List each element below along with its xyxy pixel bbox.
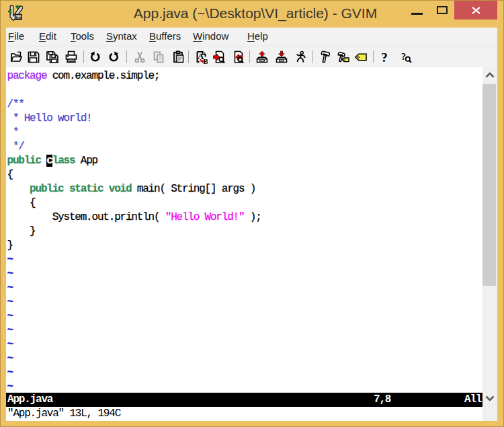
svg-text:?: ?	[401, 52, 406, 62]
svg-text:?: ?	[381, 50, 388, 64]
svg-text:B: B	[203, 57, 208, 65]
